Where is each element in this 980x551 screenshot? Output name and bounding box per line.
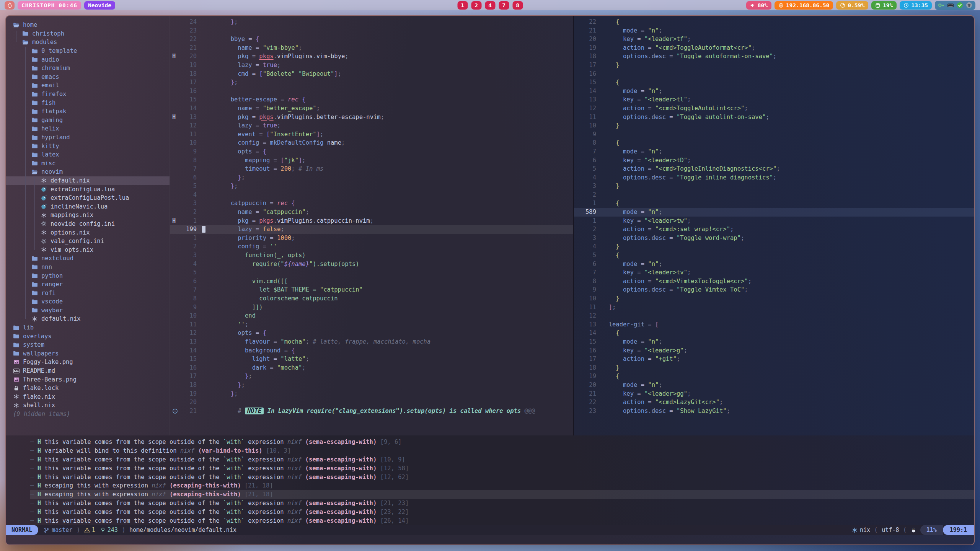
diagnostic-row[interactable]: ─ H this variable comes from the scope o… xyxy=(30,438,974,447)
tree-item-Foggy-Lake.png[interactable]: Foggy-Lake.png xyxy=(6,358,170,367)
code-line[interactable]: 17 }; xyxy=(170,372,573,381)
code-line[interactable]: 9 options.desc = "Toggle Vimtex ToC"; xyxy=(574,285,974,294)
code-line[interactable]: 4 } xyxy=(574,242,974,251)
code-line[interactable]: 21 name = "vim-bbye"; xyxy=(170,44,573,52)
code-line[interactable]: 19 action = "<cmd>ToggleAutoformat<cr>"; xyxy=(574,44,974,52)
check-tray-icon[interactable] xyxy=(957,2,963,8)
tree-item-kitty[interactable]: kitty xyxy=(6,142,170,150)
code-line[interactable]: 21 # NOTE In LazyVim require("clang_exte… xyxy=(170,407,573,416)
code-line[interactable]: 3 function(_, opts) xyxy=(170,251,573,260)
code-line[interactable]: 199 lazy = false; xyxy=(170,225,573,234)
tree-item-hyprland[interactable]: hyprland xyxy=(6,133,170,142)
code-line[interactable]: 14 mode = "n"; xyxy=(574,87,974,96)
tree-item-default.nix[interactable]: default.nix xyxy=(6,315,170,323)
tree-item-nextcloud[interactable]: nextcloud xyxy=(6,254,170,263)
status-module-volume[interactable]: 80% xyxy=(746,1,771,10)
code-line[interactable]: 9 ]]) xyxy=(170,303,573,312)
git-branch[interactable]: master xyxy=(44,527,72,533)
code-line[interactable]: 7 timeout = 200; # In ms xyxy=(170,165,573,173)
code-line[interactable]: 22 bbye = { xyxy=(170,35,573,44)
tree-item-system[interactable]: system xyxy=(6,341,170,349)
tree-item-default.nix[interactable]: default.nix xyxy=(6,176,170,185)
code-line[interactable]: 17 } xyxy=(574,61,974,70)
tree-item-vscode[interactable]: vscode xyxy=(6,297,170,306)
diagnostic-row[interactable]: ─ H this variable comes from the scope o… xyxy=(30,464,974,473)
diagnostic-row[interactable]: ─ H escaping this with expression nixf (… xyxy=(30,481,974,490)
code-line[interactable]: 4 options.desc = "Toggle inline diagnost… xyxy=(574,173,974,182)
code-line[interactable]: H1 pkg = pkgs.vimPlugins.catppuccin-nvim… xyxy=(170,217,573,225)
code-line[interactable]: 3 catppuccin = rec { xyxy=(170,199,573,208)
code-line[interactable]: 15 better-escape = rec { xyxy=(170,95,573,104)
workspace-button-4[interactable]: 4 xyxy=(485,1,495,10)
tree-item-neovim[interactable]: neovim xyxy=(6,168,170,176)
code-line[interactable]: 3 } xyxy=(574,182,974,191)
code-line[interactable]: 13 flavour = "mocha"; # latte, frappe, m… xyxy=(170,337,573,346)
tree-item-vale_config.ini[interactable]: vale_config.ini xyxy=(6,237,170,246)
tree-item-ranger[interactable]: ranger xyxy=(6,280,170,289)
tree-item-extraConfigLuaPost.lua[interactable]: extraConfigLuaPost.lua xyxy=(6,194,170,202)
code-line[interactable]: 16 xyxy=(574,70,974,78)
code-line[interactable]: 6 key = "<leader>tD"; xyxy=(574,156,974,165)
tree-item-vim_opts.nix[interactable]: vim_opts.nix xyxy=(6,245,170,254)
tree-item-chromium[interactable]: chromium xyxy=(6,64,170,73)
code-line[interactable]: 2 name = "catppuccin"; xyxy=(170,208,573,217)
tree-item-latex[interactable]: latex xyxy=(6,150,170,159)
code-line[interactable]: 12 opts = { xyxy=(170,329,573,337)
code-line[interactable]: 11 ]; xyxy=(574,303,974,312)
code-line[interactable]: 16 xyxy=(170,87,573,96)
tree-item-options.nix[interactable]: options.nix xyxy=(6,228,170,237)
keyboard-tray-icon[interactable] xyxy=(947,2,954,9)
code-line[interactable]: 11 ''; xyxy=(170,320,573,329)
code-line[interactable]: 7 key = "<leader>tv"; xyxy=(574,268,974,277)
code-line[interactable]: 1 { xyxy=(574,199,974,208)
code-line[interactable]: 12 action = "<cmd>ToggleAutoLint<cr>"; xyxy=(574,104,974,113)
workspace-button-7[interactable]: 7 xyxy=(499,1,509,10)
workspace-button-2[interactable]: 2 xyxy=(471,1,481,10)
code-line[interactable]: 4 xyxy=(170,191,573,199)
code-line[interactable]: 6 mode = "n"; xyxy=(574,260,974,269)
spotify-tray-icon[interactable] xyxy=(966,2,972,8)
code-line[interactable]: 17 }; xyxy=(170,78,573,87)
code-line[interactable]: 2 xyxy=(574,191,974,199)
code-line[interactable]: H13 pkg = pkgs.vimPlugins.better-escape-… xyxy=(170,113,573,122)
code-line[interactable]: 18 } xyxy=(574,364,974,372)
tree-item-modules[interactable]: modules xyxy=(6,38,170,47)
code-line[interactable]: 20 xyxy=(170,398,573,407)
code-line[interactable]: 14 background = { xyxy=(170,346,573,355)
code-line[interactable]: 8 { xyxy=(574,139,974,147)
tree-item-misc[interactable]: misc xyxy=(6,159,170,168)
code-line[interactable]: 7 let $BAT_THEME = "catppuccin" xyxy=(170,285,573,294)
code-line[interactable]: 10 } xyxy=(574,294,974,303)
active-app-label[interactable]: Neovide xyxy=(84,1,115,10)
tree-item-email[interactable]: email xyxy=(6,81,170,90)
code-line[interactable]: 19 lazy = true; xyxy=(170,61,573,70)
status-module-globe[interactable]: 192.168.86.50 xyxy=(775,1,833,10)
tree-item-shell.nix[interactable]: shell.nix xyxy=(6,401,170,410)
code-line[interactable]: 10 } xyxy=(574,121,974,130)
tree-item-nnn[interactable]: nnn xyxy=(6,263,170,272)
tree-item-gaming[interactable]: gaming xyxy=(6,116,170,125)
user-clock-widget[interactable]: CHRISTOPH 00:46 xyxy=(18,1,81,10)
code-line[interactable]: 20 mode = "n"; xyxy=(574,381,974,390)
code-line[interactable]: 9 xyxy=(574,130,974,139)
code-line[interactable]: 15 mode = "n"; xyxy=(574,337,974,346)
diagnostic-row[interactable]: ─ H this variable comes from the scope o… xyxy=(30,507,974,516)
code-line[interactable]: 4 require("${name}").setup(opts) xyxy=(170,260,573,269)
status-module-database[interactable]: 19% xyxy=(871,1,897,10)
tree-item-0_template[interactable]: 0_template xyxy=(6,47,170,55)
code-line[interactable]: 2 action = "<cmd>:set wrap!<cr>"; xyxy=(574,225,974,234)
code-line[interactable]: 18 cmd = ["Bdelete" "Bwipeout"]; xyxy=(170,70,573,78)
tree-item-flake.nix[interactable]: flake.nix xyxy=(6,393,170,401)
code-line[interactable]: 19 { xyxy=(574,372,974,381)
status-module-clock[interactable]: 13:35 xyxy=(900,1,932,10)
code-line[interactable]: 23 xyxy=(170,26,573,35)
code-line[interactable]: 22 action = "<cmd>LazyGit<cr>"; xyxy=(574,398,974,407)
tree-item-mappings.nix[interactable]: mappings.nix xyxy=(6,211,170,220)
tree-item-README.md[interactable]: README.md xyxy=(6,367,170,375)
code-line[interactable]: H20 pkg = pkgs.vimPlugins.vim-bbye; xyxy=(170,52,573,61)
tree-item-flake.lock[interactable]: flake.lock xyxy=(6,384,170,393)
code-line[interactable]: 14 name = "better_escape"; xyxy=(170,104,573,113)
code-line[interactable]: 1 key = "<leader>tw"; xyxy=(574,217,974,225)
code-line[interactable]: 12 lazy = true; xyxy=(170,121,573,130)
code-line[interactable]: 21 key = "<leader>gg"; xyxy=(574,390,974,398)
